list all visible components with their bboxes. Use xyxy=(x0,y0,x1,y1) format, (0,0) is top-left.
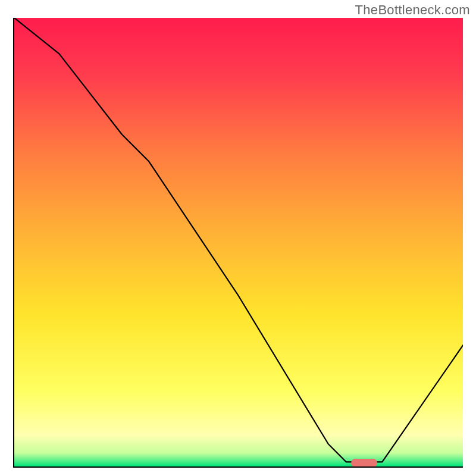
plot-area xyxy=(13,18,463,468)
watermark-text: TheBottleneck.com xyxy=(355,2,470,18)
bottleneck-curve xyxy=(14,18,463,462)
curve-svg xyxy=(14,18,463,466)
chart-container: TheBottleneck.com xyxy=(0,0,476,476)
optimal-marker xyxy=(351,459,377,467)
